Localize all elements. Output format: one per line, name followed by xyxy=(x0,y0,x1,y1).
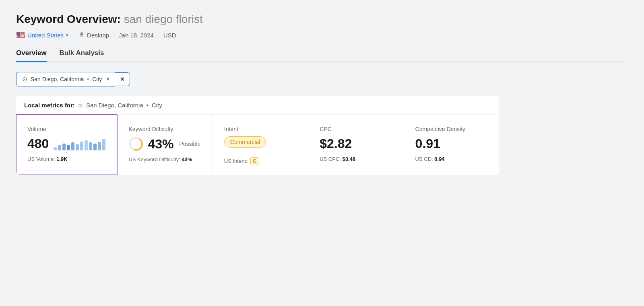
flag-icon: 🇺🇸 xyxy=(16,31,25,39)
country-selector[interactable]: 🇺🇸 United States ▾ xyxy=(16,31,68,39)
kd-value-row: 43% Possible xyxy=(128,136,201,152)
chart-bar xyxy=(58,145,61,150)
currency-label: USD xyxy=(163,32,176,39)
chart-bar xyxy=(62,144,66,150)
volume-sub: US Volume: 1.9K xyxy=(27,156,105,162)
metrics-wrapper: Local metrics for: ⊙ San Diego, Californ… xyxy=(16,96,499,175)
chart-bar xyxy=(85,140,88,150)
metric-intent: Intent Commercial US Intent: C xyxy=(213,115,308,175)
tab-bulk-analysis[interactable]: Bulk Analysis xyxy=(60,49,104,62)
volume-value-row: 480 xyxy=(27,136,105,151)
device-label: Desktop xyxy=(87,32,109,39)
metrics-grid: Volume 480 US Volume: 1.9K Keyword Diffi… xyxy=(16,115,499,175)
date-label: Jan 18, 2024 xyxy=(119,32,154,39)
metric-kd: Keyword Difficulty 43% Possible US Keywo… xyxy=(117,115,213,175)
cpc-label: CPC xyxy=(320,126,392,132)
location-close-button[interactable]: ✕ xyxy=(115,72,130,86)
tab-overview[interactable]: Overview xyxy=(16,49,47,62)
chart-bar xyxy=(71,142,74,150)
us-volume-value: 1.9K xyxy=(56,156,67,162)
country-chevron-icon: ▾ xyxy=(66,33,68,38)
intent-sub: US Intent: C xyxy=(224,157,297,165)
location-name: San Diego, California xyxy=(31,76,84,82)
us-cpc-label: US CPC: xyxy=(320,156,341,162)
chart-bar xyxy=(76,144,79,150)
desktop-icon: 🖥 xyxy=(78,31,85,39)
intent-label: Intent xyxy=(224,126,297,132)
location-pin-icon: ⊙ xyxy=(22,76,27,83)
kd-sub: US Keyword Difficulty: 43% xyxy=(128,156,201,162)
volume-label: Volume xyxy=(27,126,105,132)
cd-number: 0.91 xyxy=(415,136,440,151)
page-wrapper: Keyword Overview: san diego florist 🇺🇸 U… xyxy=(0,0,644,306)
device-info: 🖥 Desktop xyxy=(78,31,109,39)
date-info: Jan 18, 2024 xyxy=(119,32,154,39)
cd-label: Competitive Density xyxy=(415,126,488,132)
location-type: City xyxy=(92,76,102,82)
us-cpc-value: $3.48 xyxy=(343,156,356,162)
local-metrics-location: San Diego, California xyxy=(86,102,143,109)
chart-bar xyxy=(98,142,101,150)
us-intent-badge: C xyxy=(250,157,258,165)
us-intent-label: US Intent: xyxy=(224,158,248,164)
us-cd-label: US CD: xyxy=(415,156,433,162)
cd-value: 0.91 xyxy=(415,136,488,151)
page-title: Keyword Overview: san diego florist xyxy=(16,13,628,26)
local-metrics-label: Local metrics for: xyxy=(24,102,75,109)
volume-chart xyxy=(54,138,105,150)
currency-info: USD xyxy=(163,32,176,39)
kd-donut-chart xyxy=(128,136,144,152)
intent-value-row: Commercial xyxy=(224,136,297,152)
dot-separator: • xyxy=(87,76,89,82)
location-filter: ⊙ San Diego, California • City ▾ ✕ xyxy=(16,72,628,86)
us-kd-label: US Keyword Difficulty: xyxy=(128,156,180,162)
cd-sub: US CD: 0.94 xyxy=(415,156,488,162)
intent-badge: Commercial xyxy=(224,136,266,148)
location-dropdown[interactable]: ⊙ San Diego, California • City ▾ xyxy=(16,72,115,86)
us-volume-label: US Volume: xyxy=(27,156,55,162)
kd-number: 43% xyxy=(148,137,173,152)
location-chevron-icon: ▾ xyxy=(107,76,109,82)
keyword-text: san diego florist xyxy=(124,13,203,25)
country-label: United States xyxy=(27,32,64,39)
local-metrics-header: Local metrics for: ⊙ San Diego, Californ… xyxy=(16,96,499,115)
header-meta: 🇺🇸 United States ▾ 🖥 Desktop Jan 18, 202… xyxy=(16,31,628,39)
volume-number: 480 xyxy=(27,136,49,151)
title-prefix: Keyword Overview: xyxy=(16,13,121,25)
cpc-value: $2.82 xyxy=(320,136,392,151)
us-cd-value: 0.94 xyxy=(434,156,444,162)
chart-bar xyxy=(93,144,97,150)
local-metrics-type: City xyxy=(152,102,162,109)
cpc-sub: US CPC: $3.48 xyxy=(320,156,392,162)
chart-bar xyxy=(102,139,105,150)
us-kd-value: 43% xyxy=(182,156,192,162)
metric-volume: Volume 480 US Volume: 1.9K xyxy=(16,115,117,175)
chart-bar xyxy=(54,147,57,150)
kd-qualifier: Possible xyxy=(179,141,200,147)
cpc-number: $2.82 xyxy=(320,136,352,151)
metric-cd: Competitive Density 0.91 US CD: 0.94 xyxy=(404,115,499,175)
kd-label: Keyword Difficulty xyxy=(128,126,201,132)
metric-cpc: CPC $2.82 US CPC: $3.48 xyxy=(308,115,404,175)
chart-bar xyxy=(80,142,83,150)
chart-bar xyxy=(89,142,92,150)
local-pin-icon: ⊙ xyxy=(78,102,83,109)
local-dot: • xyxy=(147,102,149,109)
tabs-bar: Overview Bulk Analysis xyxy=(16,49,628,62)
chart-bar xyxy=(67,145,70,150)
